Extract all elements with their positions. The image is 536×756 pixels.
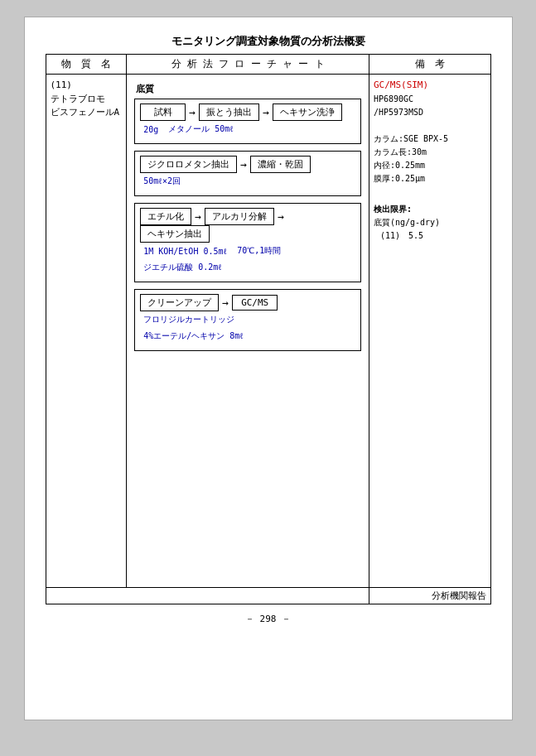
remarks-col-id: 内径:0.25mm [374, 159, 486, 172]
flow-box-sample: 試料 [140, 104, 186, 121]
flow-box-shake: 振とう抽出 [199, 104, 259, 121]
flow-box-hexane-wash: ヘキサン洗浄 [273, 104, 342, 121]
matrix-label: 底質 [136, 83, 361, 95]
remarks-column1: HP6890GC [374, 93, 486, 106]
flow-note-row-2: 50mℓ×2回 [140, 175, 355, 190]
flow-row-1: 試料 → 振とう抽出 → ヘキサン洗浄 [140, 104, 355, 121]
flow-section-3: エチル化 → アルカリ分解 → ヘキサン抽出 1M KOH/EtOH 0.5mℓ… [134, 203, 361, 282]
remarks-col-thickness: 膜厚:0.25μm [374, 172, 486, 185]
bottom-note-text: 分析機関報告 [432, 590, 486, 601]
bottom-note: 分析機関報告 [369, 588, 490, 604]
substance-cell: (11) テトラブロモ ビスフェノールA [46, 75, 127, 588]
flow-note-3c: ジエチル硫酸 0.2mℓ [143, 262, 222, 273]
header-substance: 物 質 名 [46, 55, 127, 75]
substance-name-line2: ビスフェノールA [51, 106, 123, 120]
flow-section-4: クリーンアップ → GC/MS フロリジルカートリッジ 4%エーテル/ヘキサン … [134, 289, 361, 351]
flow-note-4b: 4%エーテル/ヘキサン 8mℓ [143, 330, 244, 342]
remarks-column2: /HP5973MSD [374, 106, 486, 119]
flow-box-hexane-ext: ヘキサン抽出 [140, 225, 210, 243]
flow-note-1b: メタノール 50mℓ [168, 123, 234, 135]
flow-box-concentrate: 濃縮・乾固 [250, 156, 311, 173]
flow-box-cleanup: クリーンアップ [140, 294, 219, 311]
remarks-instrument: GC/MS(SIM) [374, 78, 486, 93]
flow-row-2: ジクロロメタン抽出 → 濃縮・乾固 [140, 156, 355, 173]
remarks-cell: GC/MS(SIM) HP6890GC /HP5973MSD カラム:SGE B… [369, 75, 490, 588]
remarks-col-length: カラム長:30m [374, 146, 486, 159]
remarks-detection-label: 検出限界: [374, 203, 486, 216]
header-remarks: 備 考 [369, 55, 490, 75]
flowchart-cell: 底質 試料 → 振とう抽出 → ヘキサン洗浄 20g [127, 75, 369, 588]
arrow-6: → [219, 296, 232, 309]
arrow-3: → [237, 158, 250, 171]
flow-note-row-3a: 1M KOH/EtOH 0.5mℓ 70℃,1時間 [140, 244, 355, 259]
remarks-det-val-label: (11) [380, 229, 400, 243]
remarks-matrix-label: 底質(ng/g-dry) [374, 216, 486, 229]
flow-box-ethyl: エチル化 [140, 208, 191, 225]
remarks-col-label: カラム:SGE BPX-5 [374, 132, 486, 146]
flow-note-row-1: 20g メタノール 50mℓ [140, 123, 355, 137]
flow-box-alkali: アルカリ分解 [205, 208, 274, 225]
page-number: － 298 － [46, 613, 491, 625]
page-title: モニタリング調査対象物質の分析法概要 [46, 34, 491, 49]
flow-note-row-4a: フロリジルカートリッジ [140, 313, 355, 328]
bottom-note-cell [46, 588, 369, 604]
substance-name-line1: テトラブロモ [51, 93, 123, 107]
flow-note-2: 50mℓ×2回 [143, 176, 181, 187]
flow-note-row-3c: ジエチル硫酸 0.2mℓ [140, 261, 355, 276]
header-flowchart: 分 析 法 フ ロ ー チ ャ ー ト [127, 55, 369, 75]
arrow-2: → [259, 106, 273, 118]
arrow-4: → [191, 210, 205, 223]
flow-row-3: エチル化 → アルカリ分解 → ヘキサン抽出 [140, 208, 355, 243]
flow-note-1: 20g [143, 125, 158, 134]
flow-box-dcm: ジクロロメタン抽出 [140, 156, 237, 173]
flow-note-row-4b: 4%エーテル/ヘキサン 8mℓ [140, 330, 355, 344]
arrow-1: → [186, 106, 199, 118]
main-table: 物 質 名 分 析 法 フ ロ ー チ ャ ー ト 備 考 (11) テトラブロ… [46, 54, 491, 604]
flow-note-3a: 1M KOH/EtOH 0.5mℓ [143, 247, 227, 256]
page: モニタリング調査対象物質の分析法概要 物 質 名 分 析 法 フ ロ ー チ ャ… [24, 17, 513, 720]
flow-note-4a: フロリジルカートリッジ [143, 314, 234, 325]
flow-box-gcms: GC/MS [232, 295, 278, 311]
remarks-det-val: 5.5 [408, 229, 423, 243]
flow-section-1: 試料 → 振とう抽出 → ヘキサン洗浄 20g メタノール 50mℓ [134, 99, 361, 144]
flow-row-4: クリーンアップ → GC/MS [140, 294, 355, 311]
flow-note-3b: 70℃,1時間 [237, 245, 281, 257]
substance-number: (11) [51, 78, 123, 93]
flow-section-2: ジクロロメタン抽出 → 濃縮・乾固 50mℓ×2回 [134, 151, 361, 196]
arrow-5: → [274, 210, 287, 223]
